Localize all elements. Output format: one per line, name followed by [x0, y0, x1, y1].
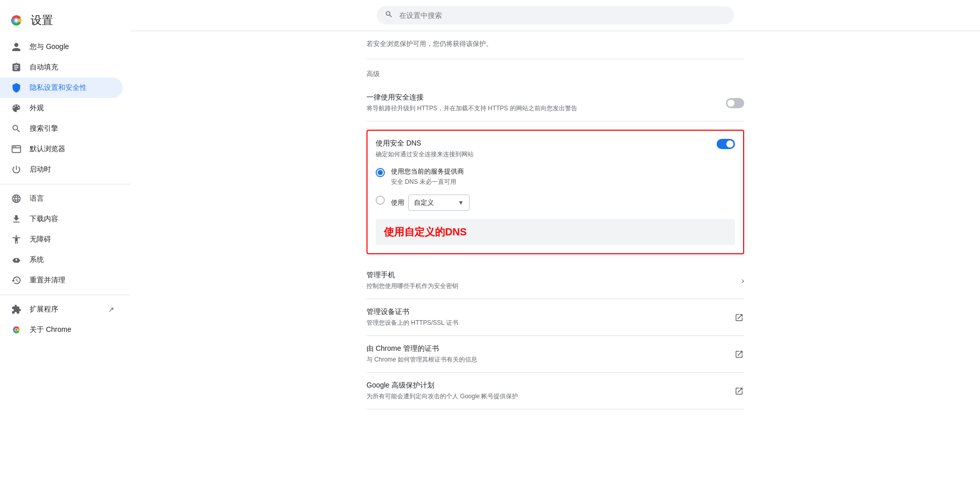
sidebar-item-system[interactable]: 系统 [0, 250, 122, 270]
sidebar-item-appearance[interactable]: 外观 [0, 98, 122, 118]
custom-dns-label: 使用自定义的DNS [384, 226, 467, 237]
dns-option-1-info: 使用您当前的服务提供商 安全 DNS 未必一直可用 [391, 167, 464, 186]
dns-toggle-slider [717, 139, 735, 149]
app-header: 设置 [0, 8, 131, 37]
shield-icon [11, 83, 21, 93]
manage-certs-info: 管理设备证书 管理您设备上的 HTTPS/SSL 证书 [366, 307, 458, 327]
chrome-logo-icon [8, 12, 24, 29]
https-setting-row: 一律使用安全连接 将导航路径升级到 HTTPS，并在加载不支持 HTTPS 的网… [366, 85, 744, 122]
dns-option-2: 使用 自定义 ▼ [376, 195, 735, 211]
https-toggle[interactable] [726, 98, 744, 108]
main-content: 若安全浏览保护可用，您仍将获得该保护。 高级 一律使用安全连接 将导航路径升级到… [131, 0, 980, 481]
manage-phone-row[interactable]: 管理手机 控制您使用哪些手机作为安全密钥 › [366, 262, 744, 299]
svg-point-11 [15, 329, 17, 331]
sidebar-item-privacy-security[interactable]: 隐私设置和安全性 [0, 78, 122, 98]
chrome-certs-info: 由 Chrome 管理的证书 与 Chrome 如何管理其根证书有关的信息 [366, 344, 477, 364]
section-header-advanced: 高级 [366, 59, 744, 85]
manage-certs-row[interactable]: 管理设备证书 管理您设备上的 HTTPS/SSL 证书 [366, 299, 744, 336]
dns-dropdown[interactable]: 自定义 ▼ [408, 195, 470, 211]
accessibility-icon [11, 234, 21, 245]
google-protection-desc: 为所有可能会遭到定向攻击的个人 Google 帐号提供保护 [366, 392, 518, 401]
sidebar-item-language[interactable]: 语言 [0, 188, 122, 209]
sidebar-item-google-account[interactable]: 您与 Google [0, 37, 122, 57]
dns-box: 使用安全 DNS 确定如何通过安全连接来连接到网站 使用您当前的服务提供商 安全… [366, 130, 744, 254]
page-title: 设置 [31, 13, 53, 28]
svg-point-7 [13, 146, 14, 147]
sidebar-item-label: 您与 Google [30, 42, 69, 52]
external-link-icon-2 [734, 349, 744, 359]
search-bar-container [131, 0, 980, 31]
https-toggle-container [726, 98, 744, 108]
manage-phone-title: 管理手机 [366, 271, 458, 280]
extension-icon [11, 304, 21, 315]
sidebar-item-label: 关于 Chrome [30, 325, 71, 334]
sidebar-item-label: 搜索引擎 [30, 124, 58, 133]
palette-icon [11, 103, 21, 113]
chevron-down-icon: ▼ [458, 199, 464, 206]
content-area: 若安全浏览保护可用，您仍将获得该保护。 高级 一律使用安全连接 将导航路径升级到… [356, 31, 754, 430]
google-protection-row[interactable]: Google 高级保护计划 为所有可能会遭到定向攻击的个人 Google 帐号提… [366, 373, 744, 410]
sidebar-item-label: 外观 [30, 104, 44, 113]
chrome-certs-row[interactable]: 由 Chrome 管理的证书 与 Chrome 如何管理其根证书有关的信息 [366, 336, 744, 373]
sidebar-item-label: 语言 [30, 194, 44, 203]
download-icon [11, 214, 21, 224]
dns-box-header: 使用安全 DNS 确定如何通过安全连接来连接到网站 [376, 139, 735, 159]
dns-radio-1[interactable] [376, 168, 385, 177]
chrome-certs-desc: 与 Chrome 如何管理其根证书有关的信息 [366, 355, 477, 364]
dns-radio-2[interactable] [376, 196, 385, 205]
sidebar-item-label: 重置并清理 [30, 276, 65, 285]
external-link-small-icon: ↗ [108, 305, 114, 314]
sidebar-item-label: 隐私设置和安全性 [30, 83, 87, 92]
chrome-certs-external [734, 349, 744, 359]
sidebar-item-startup[interactable]: 启动时 [0, 159, 122, 180]
sidebar-item-about-chrome[interactable]: 关于 Chrome [0, 320, 122, 340]
sidebar-item-search-engine[interactable]: 搜索引擎 [0, 118, 122, 139]
sidebar-item-label: 启动时 [30, 165, 51, 174]
svg-point-8 [15, 146, 16, 147]
external-link-icon [734, 312, 744, 323]
sidebar-item-default-browser[interactable]: 默认浏览器 [0, 139, 122, 159]
google-protection-info: Google 高级保护计划 为所有可能会遭到定向攻击的个人 Google 帐号提… [366, 381, 518, 401]
language-icon [11, 194, 21, 204]
manage-certs-desc: 管理您设备上的 HTTPS/SSL 证书 [366, 319, 458, 327]
external-link-icon-3 [734, 386, 744, 396]
history-icon [11, 275, 21, 285]
sidebar-group-3: 扩展程序 ↗ 关于 Chrome [0, 299, 131, 340]
sidebar-item-reset[interactable]: 重置并清理 [0, 270, 122, 291]
sidebar-item-label: 系统 [30, 255, 44, 264]
dns-option-1-label: 使用您当前的服务提供商 [391, 167, 464, 176]
search-bar [377, 6, 734, 25]
browser-icon [11, 144, 21, 154]
manage-phone-chevron: › [742, 276, 744, 285]
dns-desc: 确定如何通过安全连接来连接到网站 [376, 150, 474, 159]
search-icon [11, 124, 21, 134]
sidebar-item-label: 默认浏览器 [30, 145, 65, 154]
sidebar-divider-2 [0, 295, 131, 295]
dns-toggle[interactable] [717, 139, 735, 149]
assignment-icon [11, 62, 21, 73]
chrome-certs-title: 由 Chrome 管理的证书 [366, 344, 477, 353]
sidebar-item-autofill[interactable]: 自动填充 [0, 57, 122, 78]
sidebar-item-extensions[interactable]: 扩展程序 ↗ [0, 299, 122, 320]
sidebar-item-accessibility[interactable]: 无障碍 [0, 229, 122, 250]
manage-phone-info: 管理手机 控制您使用哪些手机作为安全密钥 [366, 271, 458, 291]
search-icon [385, 10, 393, 20]
https-setting-desc: 将导航路径升级到 HTTPS，并在加载不支持 HTTPS 的网站之前向您发出警告 [366, 104, 577, 113]
dns-dropdown-value: 自定义 [414, 198, 454, 207]
top-notice: 若安全浏览保护可用，您仍将获得该保护。 [366, 31, 744, 59]
sidebar-item-downloads[interactable]: 下载内容 [0, 209, 122, 229]
sidebar-divider-1 [0, 184, 131, 184]
custom-dns-input-area: 使用自定义的DNS [376, 219, 735, 245]
google-protection-title: Google 高级保护计划 [366, 381, 518, 390]
sidebar-group-2: 语言 下载内容 无障碍 系统 重置并清理 [0, 188, 131, 291]
dns-option-1-sublabel: 安全 DNS 未必一直可用 [391, 178, 464, 186]
search-input[interactable] [399, 11, 726, 19]
https-toggle-slider [726, 98, 744, 108]
manage-certs-external [734, 312, 744, 323]
sidebar-item-label: 扩展程序 [30, 305, 58, 314]
https-setting-title: 一律使用安全连接 [366, 93, 577, 102]
svg-point-4 [15, 19, 18, 22]
chevron-right-icon: › [742, 276, 744, 285]
manage-certs-title: 管理设备证书 [366, 307, 458, 317]
dns-title: 使用安全 DNS [376, 139, 474, 148]
